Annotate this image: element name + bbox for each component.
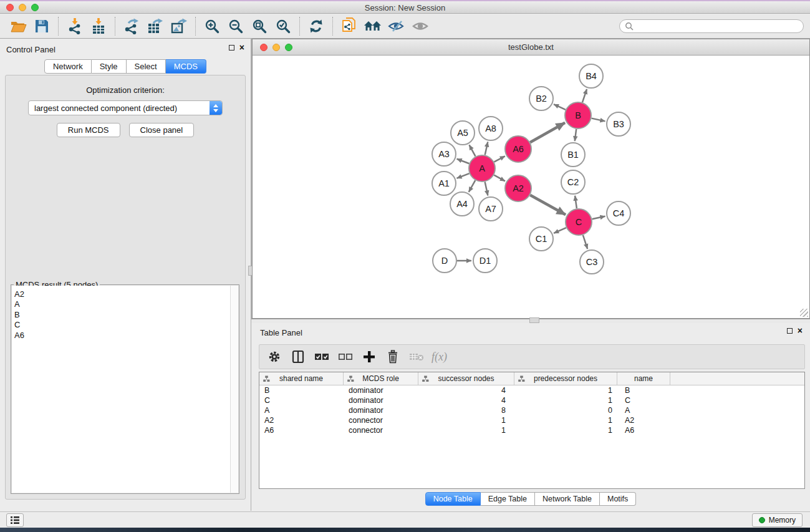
table-row[interactable]: Cdominator41C xyxy=(259,395,804,405)
column-header-name[interactable]: name xyxy=(617,372,670,385)
graph-edge-C-C3[interactable] xyxy=(583,235,587,249)
delete-table-button[interactable] xyxy=(407,347,427,366)
save-session-button[interactable] xyxy=(30,16,54,36)
graph-edge-A-A6[interactable] xyxy=(494,156,504,162)
result-item[interactable]: B xyxy=(14,310,230,320)
criterion-select[interactable]: largest connected component (directed) xyxy=(28,100,223,115)
memory-button[interactable]: Memory xyxy=(752,513,803,527)
graph-node-D1[interactable]: D1 xyxy=(473,249,497,273)
tab-style[interactable]: Style xyxy=(92,59,127,74)
table-row[interactable]: A6connector11A6 xyxy=(259,425,804,435)
select-all-button[interactable] xyxy=(312,347,332,366)
graph-node-A[interactable]: A xyxy=(469,155,495,181)
graph-node-B[interactable]: B xyxy=(565,102,591,128)
open-session-button[interactable] xyxy=(6,16,30,36)
zoom-in-button[interactable] xyxy=(200,16,224,36)
graph-node-A1[interactable]: A1 xyxy=(432,172,456,195)
zoom-fit-button[interactable] xyxy=(248,16,271,36)
import-network-button[interactable] xyxy=(63,16,87,36)
close-panel-button[interactable]: Close panel xyxy=(129,123,195,137)
network-window-titlebar[interactable]: testGlobe.txt xyxy=(253,39,809,56)
close-table-panel-icon[interactable]: × xyxy=(798,328,803,334)
graph-edge-A-A4[interactable] xyxy=(469,180,475,192)
horizontal-splitter-grip[interactable] xyxy=(529,317,539,323)
import-table-button[interactable] xyxy=(87,16,110,36)
graph-node-B3[interactable]: B3 xyxy=(607,112,630,136)
graph-edge-C-C2[interactable] xyxy=(575,196,577,208)
graph-node-A2[interactable]: A2 xyxy=(505,175,531,201)
function-builder-button[interactable]: f(x) xyxy=(432,351,447,364)
graph-node-A4[interactable]: A4 xyxy=(450,192,474,216)
graph-node-C1[interactable]: C1 xyxy=(529,227,553,251)
graph-node-A6[interactable]: A6 xyxy=(505,136,531,162)
graph-node-C[interactable]: C xyxy=(566,209,592,235)
tab-node-table[interactable]: Node Table xyxy=(425,492,481,506)
graph-edge-A-A3[interactable] xyxy=(457,159,470,163)
export-image-button[interactable] xyxy=(167,16,191,36)
refresh-button[interactable] xyxy=(304,16,328,36)
float-table-panel-icon[interactable] xyxy=(787,328,793,334)
deselect-all-button[interactable] xyxy=(335,347,355,366)
graph-edge-C-C1[interactable] xyxy=(554,228,566,233)
graph-node-C2[interactable]: C2 xyxy=(561,170,585,194)
graph-edge-A2-C[interactable] xyxy=(530,195,566,215)
graph-node-A8[interactable]: A8 xyxy=(479,117,503,140)
export-table-button[interactable] xyxy=(143,16,167,36)
graph-node-C3[interactable]: C3 xyxy=(580,250,604,274)
float-panel-icon[interactable] xyxy=(229,45,234,51)
table-row[interactable]: A2connector11A2 xyxy=(259,415,804,425)
zoom-out-button[interactable] xyxy=(224,16,248,36)
graph-node-A5[interactable]: A5 xyxy=(451,121,475,145)
table-row[interactable]: Adominator80A xyxy=(259,405,804,415)
result-item[interactable]: A2 xyxy=(14,289,230,299)
task-history-button[interactable] xyxy=(6,513,24,527)
result-item[interactable]: C xyxy=(14,320,230,330)
search-input[interactable] xyxy=(636,22,798,31)
new-network-from-selection-button[interactable] xyxy=(337,16,361,36)
tab-network[interactable]: Network xyxy=(44,59,92,74)
result-item[interactable]: A xyxy=(14,299,230,309)
create-column-button[interactable] xyxy=(359,347,379,366)
delete-column-button[interactable] xyxy=(383,347,403,366)
zoom-selected-button[interactable] xyxy=(271,16,295,36)
graph-node-A7[interactable]: A7 xyxy=(479,197,503,221)
graph-edge-A-A1[interactable] xyxy=(456,173,469,178)
graph-node-A3[interactable]: A3 xyxy=(432,142,456,166)
hide-selected-button[interactable] xyxy=(385,16,408,36)
graph-node-B4[interactable]: B4 xyxy=(579,64,603,88)
tab-mcds[interactable]: MCDS xyxy=(166,59,206,74)
network-canvas[interactable]: B4B2BB3A8A5A6A3B1AC2A1A2A4A7C4CC1C3DD1 xyxy=(253,56,809,318)
tab-edge-table[interactable]: Edge Table xyxy=(481,492,535,506)
show-columns-button[interactable] xyxy=(288,347,308,366)
table-row[interactable]: Bdominator41B xyxy=(259,385,804,395)
first-neighbors-button[interactable] xyxy=(361,16,385,36)
graph-node-B1[interactable]: B1 xyxy=(561,143,585,167)
tab-network-table[interactable]: Network Table xyxy=(535,492,600,506)
graph-edge-B-B3[interactable] xyxy=(592,118,605,122)
graph-edge-A-A2[interactable] xyxy=(494,175,505,181)
run-mcds-button[interactable]: Run MCDS xyxy=(57,123,120,137)
tab-select[interactable]: Select xyxy=(127,59,166,74)
tab-motifs[interactable]: Motifs xyxy=(600,492,636,506)
column-header-successor-nodes[interactable]: successor nodes xyxy=(418,372,514,385)
resize-grip-icon[interactable] xyxy=(800,309,808,317)
column-header-MCDS-role[interactable]: MCDS role xyxy=(344,372,418,385)
export-network-button[interactable] xyxy=(120,16,143,36)
graph-edge-C-C4[interactable] xyxy=(592,216,605,220)
column-header-shared-name[interactable]: shared name xyxy=(259,372,344,385)
graph-node-C4[interactable]: C4 xyxy=(607,201,630,225)
column-header-predecessor-nodes[interactable]: predecessor nodes xyxy=(514,372,617,385)
graph-node-B2[interactable]: B2 xyxy=(529,87,553,110)
table-settings-button[interactable] xyxy=(264,347,284,366)
search-field[interactable] xyxy=(619,19,804,33)
graph-edge-A-A7[interactable] xyxy=(485,182,488,196)
result-item[interactable]: A6 xyxy=(14,331,230,341)
graph-node-D[interactable]: D xyxy=(433,249,456,273)
show-all-button[interactable] xyxy=(408,16,432,36)
graph-edge-B-B4[interactable] xyxy=(582,89,587,102)
close-panel-icon[interactable]: × xyxy=(239,45,244,51)
graph-edge-B-B2[interactable] xyxy=(554,104,566,110)
graph-edge-B-B1[interactable] xyxy=(575,129,576,141)
graph-edge-A-A5[interactable] xyxy=(470,145,476,156)
graph-edge-A6-B[interactable] xyxy=(530,123,565,142)
